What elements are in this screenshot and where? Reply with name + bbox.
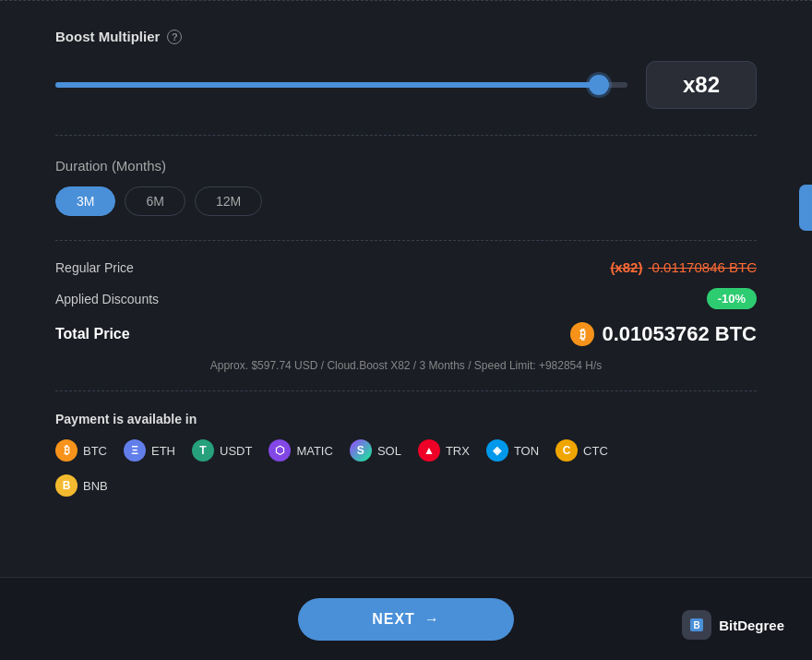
coin-usdt-label: USDT [220,444,252,458]
bottom-bar: NEXT → B BitDegree [0,577,812,660]
coin-eth-icon: Ξ [124,439,146,462]
payment-coins: ₿ BTC Ξ ETH T USDT ⬡ MATIC S SOL ▲ TRX [55,439,757,462]
coin-usdt[interactable]: T USDT [192,439,252,462]
coin-ctc-icon: C [555,439,578,462]
slider-row: x82 [55,61,757,109]
bitdegree-logo: B BitDegree [682,610,784,640]
coin-eth-label: ETH [151,444,175,458]
regular-price-row: Regular Price (x82) 0.01170846 BTC [55,259,757,275]
approx-text: Approx. $597.74 USD / Cloud.Boost X82 / … [55,359,757,372]
next-button[interactable]: NEXT → [298,598,514,641]
divider-1 [55,135,757,136]
total-price-amount: 0.01053762 BTC [602,322,757,346]
coin-btc-label: BTC [83,444,107,458]
coin-eth[interactable]: Ξ ETH [124,439,175,462]
applied-discounts-label: Applied Discounts [55,292,159,306]
coin-bnb-label: BNB [83,479,108,493]
total-price-row: Total Price ₿ 0.01053762 BTC [55,322,757,346]
coin-matic[interactable]: ⬡ MATIC [269,439,332,462]
payment-title: Payment is available in [55,412,757,426]
next-label: NEXT [372,611,415,628]
coin-ton-label: TON [514,444,539,458]
duration-buttons: 3M 6M 12M [55,186,757,216]
bitdegree-icon: B [682,610,711,640]
coin-matic-icon: ⬡ [269,439,291,462]
total-price-label: Total Price [55,326,130,342]
duration-title: Duration (Months) [55,158,757,174]
coin-ton-icon: ◈ [486,439,508,462]
coin-sol[interactable]: S SOL [350,439,401,462]
total-price-value: ₿ 0.01053762 BTC [570,322,757,346]
coin-bnb[interactable]: B BNB [55,474,108,497]
coin-trx[interactable]: ▲ TRX [418,439,470,462]
coin-matic-label: MATIC [296,444,332,458]
coin-trx-icon: ▲ [418,439,440,462]
slider-wrapper [55,74,627,96]
coin-btc-icon: ₿ [55,439,78,462]
boost-multiplier-title: Boost Multiplier [55,29,160,44]
duration-3m-button[interactable]: 3M [55,186,115,216]
btc-coin-icon: ₿ [570,322,594,346]
divider-3 [55,390,757,391]
coin-ton[interactable]: ◈ TON [486,439,539,462]
coin-bnb-icon: B [55,474,78,497]
coin-ctc[interactable]: C CTC [555,439,608,462]
next-arrow: → [424,611,440,628]
payment-coins-row2: B BNB [55,474,757,497]
applied-discounts-row: Applied Discounts -10% [55,288,757,309]
price-multiplier: (x82) [610,259,642,275]
coin-btc[interactable]: ₿ BTC [55,439,107,462]
right-accent [799,185,812,231]
boost-help-icon[interactable]: ? [167,30,182,44]
regular-price-amount: 0.01170846 BTC [652,259,757,275]
coin-ctc-label: CTC [583,444,608,458]
duration-6m-button[interactable]: 6M [125,186,185,216]
boost-multiplier-section: Boost Multiplier ? [55,29,757,44]
coin-sol-icon: S [350,439,372,462]
multiplier-value: x82 [683,72,720,98]
discount-badge: -10% [707,288,757,309]
coin-sol-label: SOL [377,444,401,458]
regular-price-label: Regular Price [55,260,134,275]
multiplier-display: x82 [646,61,757,109]
divider-2 [55,240,757,241]
duration-12m-button[interactable]: 12M [195,186,262,216]
bitdegree-text: BitDegree [719,618,784,633]
duration-section: Duration (Months) 3M 6M 12M [55,158,757,216]
svg-text:B: B [694,620,700,630]
coin-trx-label: TRX [446,444,470,458]
regular-price-value: (x82) 0.01170846 BTC [610,259,757,275]
coin-usdt-icon: T [192,439,214,462]
